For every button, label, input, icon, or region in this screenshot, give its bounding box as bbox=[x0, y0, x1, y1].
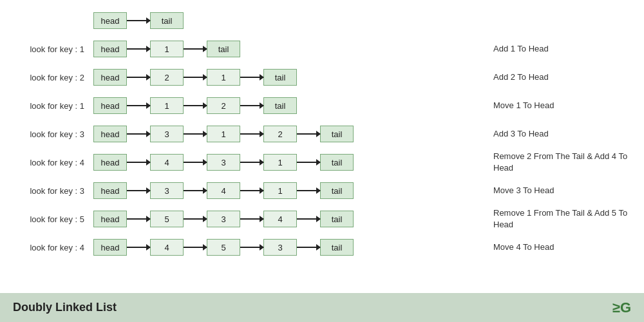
action-label-3: Move 1 To Head bbox=[493, 100, 635, 111]
arrow-4-2 bbox=[240, 133, 263, 135]
list-row-8: look for key : 4head453tailMove 4 To Hea… bbox=[0, 233, 644, 261]
arrow-6-0 bbox=[127, 190, 150, 191]
arrow-5-1 bbox=[184, 162, 207, 163]
action-label-5: Remove 2 From The Tail & Add 4 To Head bbox=[493, 151, 635, 174]
node-7-0: head bbox=[93, 211, 127, 227]
node-8-1: 4 bbox=[150, 239, 184, 256]
list-row-0: headtail bbox=[0, 6, 644, 35]
main-area: headtaillook for key : 1head1tailAdd 1 T… bbox=[0, 0, 644, 293]
node-2-1: 2 bbox=[150, 69, 184, 86]
node-6-4: tail bbox=[320, 182, 354, 199]
list-row-7: look for key : 5head534tailRemove 1 From… bbox=[0, 205, 644, 233]
node-8-3: 3 bbox=[263, 239, 297, 256]
action-label-2: Add 2 To Head bbox=[493, 71, 635, 83]
arrow-6-1 bbox=[184, 190, 207, 191]
list-row-1: look for key : 1head1tailAdd 1 To Head bbox=[0, 35, 644, 63]
footer: Doubly Linked List ≥G bbox=[0, 293, 644, 322]
action-label-7: Remove 1 From The Tail & Add 5 To Head bbox=[493, 207, 635, 231]
arrow-4-0 bbox=[127, 133, 150, 135]
row-label-1: look for key : 1 bbox=[0, 44, 93, 54]
arrow-2-2 bbox=[240, 77, 263, 78]
action-label-4: Add 3 To Head bbox=[493, 128, 635, 140]
arrow-5-3 bbox=[297, 162, 320, 163]
node-1-2: tail bbox=[207, 41, 240, 57]
arrow-8-1 bbox=[184, 247, 207, 248]
arrow-6-3 bbox=[297, 190, 320, 191]
node-4-4: tail bbox=[320, 126, 354, 142]
node-6-0: head bbox=[93, 182, 127, 199]
node-5-4: tail bbox=[320, 154, 354, 171]
node-8-2: 5 bbox=[207, 239, 240, 256]
node-8-4: tail bbox=[320, 239, 354, 256]
arrow-7-1 bbox=[184, 218, 207, 220]
node-0-1: tail bbox=[150, 12, 184, 29]
node-7-1: 5 bbox=[150, 211, 184, 227]
arrow-2-1 bbox=[184, 77, 207, 78]
node-5-3: 1 bbox=[263, 154, 297, 171]
row-label-2: look for key : 2 bbox=[0, 73, 93, 82]
row-label-3: look for key : 1 bbox=[0, 101, 93, 111]
node-2-3: tail bbox=[263, 69, 297, 86]
arrow-7-0 bbox=[127, 218, 150, 220]
chain-3: head12tail bbox=[93, 97, 297, 114]
node-5-0: head bbox=[93, 154, 127, 171]
footer-title: Doubly Linked List bbox=[13, 301, 117, 314]
node-7-2: 3 bbox=[207, 211, 240, 227]
arrow-1-0 bbox=[127, 48, 150, 50]
arrow-7-2 bbox=[240, 218, 263, 220]
arrow-8-0 bbox=[127, 247, 150, 248]
node-6-3: 1 bbox=[263, 182, 297, 199]
chain-5: head431tail bbox=[93, 154, 354, 171]
node-2-0: head bbox=[93, 69, 127, 86]
arrow-8-3 bbox=[297, 247, 320, 248]
node-7-4: tail bbox=[320, 211, 354, 227]
node-3-2: 2 bbox=[207, 97, 240, 114]
node-4-1: 3 bbox=[150, 126, 184, 142]
node-3-1: 1 bbox=[150, 97, 184, 114]
list-row-6: look for key : 3head341tailMove 3 To Hea… bbox=[0, 176, 644, 205]
node-6-1: 3 bbox=[150, 182, 184, 199]
row-label-6: look for key : 3 bbox=[0, 186, 93, 196]
node-4-0: head bbox=[93, 126, 127, 142]
row-label-4: look for key : 3 bbox=[0, 129, 93, 139]
node-3-0: head bbox=[93, 97, 127, 114]
arrow-7-3 bbox=[297, 218, 320, 220]
node-1-0: head bbox=[93, 41, 127, 57]
arrow-5-2 bbox=[240, 162, 263, 163]
node-6-2: 4 bbox=[207, 182, 240, 199]
chain-0: headtail bbox=[93, 12, 184, 29]
node-1-1: 1 bbox=[150, 41, 184, 57]
row-label-8: look for key : 4 bbox=[0, 243, 93, 252]
chain-4: head312tail bbox=[93, 126, 354, 142]
list-row-2: look for key : 2head21tailAdd 2 To Head bbox=[0, 63, 644, 91]
row-label-5: look for key : 4 bbox=[0, 158, 93, 167]
list-row-4: look for key : 3head312tailAdd 3 To Head bbox=[0, 120, 644, 148]
action-label-8: Move 4 To Head bbox=[493, 242, 635, 253]
arrow-6-2 bbox=[240, 190, 263, 191]
node-0-0: head bbox=[93, 12, 127, 29]
chain-8: head453tail bbox=[93, 239, 354, 256]
arrow-1-1 bbox=[184, 48, 207, 50]
arrow-3-2 bbox=[240, 105, 263, 106]
list-row-5: look for key : 4head431tailRemove 2 From… bbox=[0, 148, 644, 176]
node-5-1: 4 bbox=[150, 154, 184, 171]
row-label-7: look for key : 5 bbox=[0, 214, 93, 224]
arrow-8-2 bbox=[240, 247, 263, 248]
node-4-3: 2 bbox=[263, 126, 297, 142]
node-3-3: tail bbox=[263, 97, 297, 114]
chain-1: head1tail bbox=[93, 41, 240, 57]
chain-6: head341tail bbox=[93, 182, 354, 199]
node-8-0: head bbox=[93, 239, 127, 256]
arrow-2-0 bbox=[127, 77, 150, 78]
action-label-1: Add 1 To Head bbox=[493, 43, 635, 55]
node-7-3: 4 bbox=[263, 211, 297, 227]
chain-7: head534tail bbox=[93, 211, 354, 227]
arrow-5-0 bbox=[127, 162, 150, 163]
arrow-4-3 bbox=[297, 133, 320, 135]
node-5-2: 3 bbox=[207, 154, 240, 171]
chain-2: head21tail bbox=[93, 69, 297, 86]
arrow-3-0 bbox=[127, 105, 150, 106]
node-2-2: 1 bbox=[207, 69, 240, 86]
arrow-0-0 bbox=[127, 20, 150, 21]
footer-logo: ≥G bbox=[612, 299, 631, 316]
